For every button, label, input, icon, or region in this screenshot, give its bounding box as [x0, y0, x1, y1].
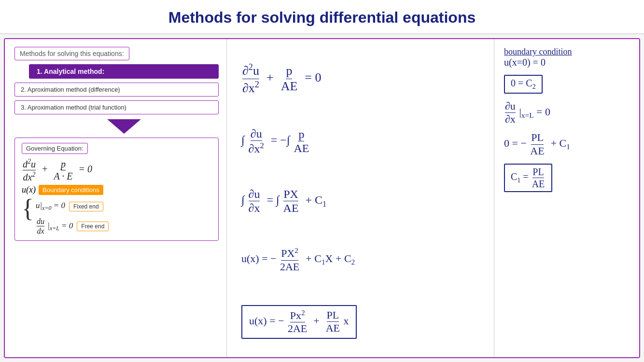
center-eq4: u(x) = − PX2 2AE + C1X + C2: [241, 247, 484, 273]
method1-item: 1. Analytical method:: [29, 64, 219, 79]
method2-item: 2. Aproximation method (difference): [14, 83, 219, 97]
method3-item: 3. Aproximation method (trial function): [14, 100, 219, 114]
left-panel: Methods for solving this equations: 1. A…: [5, 39, 227, 357]
bc1-label: u|x=0 = 0: [36, 201, 65, 212]
free-end-badge: Free end: [77, 222, 109, 231]
c2-box: 0 = C2: [504, 75, 631, 94]
c1-equation: C1 = PL AE: [504, 164, 552, 192]
page-title: Methods for solving differential equatio…: [168, 9, 476, 26]
ux-label: u(x): [22, 185, 36, 195]
center-panel: ∂2u ∂x2 + p AE = 0 ∫ ∂u ∂x2 = −∫: [227, 39, 494, 357]
right-panel: boundary condition u(x=0) = 0 0 = C2 ∂u …: [494, 39, 639, 357]
center-eq2: ∫ ∂u ∂x2 = −∫ p AE: [241, 127, 484, 155]
methods-header: Methods for solving this equations:: [14, 47, 129, 60]
ux-boundary-line: u(x) Boundary conditions: [22, 185, 211, 195]
center-eq5-boxed: u(x) = − Px2 2AE + PL AE x: [241, 305, 484, 339]
arrow-down: [29, 119, 219, 134]
governing-box: Governing Equation: d2u dx2 + p A · E: [14, 138, 219, 241]
bc-list: u|x=0 = 0 Fixed end du dx |x=L = 0: [36, 199, 109, 236]
center-eq3: ∫ ∂u ∂x = ∫ PX AE + C1: [241, 188, 484, 215]
brace-container: { u|x=0 = 0 Fixed end du: [22, 199, 211, 236]
boundary-condition-title: boundary condition: [504, 47, 631, 57]
title-bar: Methods for solving differential equatio…: [0, 0, 644, 34]
fixed-end-badge: Fixed end: [69, 202, 103, 211]
bc-initial-eq: u(x=0) = 0: [504, 57, 631, 68]
arrow-icon: [107, 119, 141, 134]
c2-equation: 0 = C2: [504, 75, 543, 94]
brace-symbol: {: [22, 196, 34, 221]
governing-title: Governing Equation:: [22, 143, 88, 154]
governing-equation: d2u dx2 + p A · E = 0: [22, 158, 211, 182]
deriv-eq: ∂u ∂x |x=L = 0: [504, 100, 631, 125]
content-area: Methods for solving this equations: 1. A…: [4, 38, 640, 358]
zero-eq: 0 = − PL AE + C1: [504, 132, 631, 156]
bc2-label: du dx |x=L = 0: [36, 217, 73, 236]
boundary-badge: Boundary conditions: [39, 185, 103, 195]
right-header: boundary condition u(x=0) = 0: [504, 47, 631, 68]
main-container: Methods for solving differential equatio…: [0, 0, 644, 362]
bc2-item: du dx |x=L = 0 Free end: [36, 217, 109, 236]
c1-box: C1 = PL AE: [504, 164, 631, 192]
center-eq1: ∂2u ∂x2 + p AE = 0: [241, 62, 484, 95]
bc1-item: u|x=0 = 0 Fixed end: [36, 201, 109, 212]
